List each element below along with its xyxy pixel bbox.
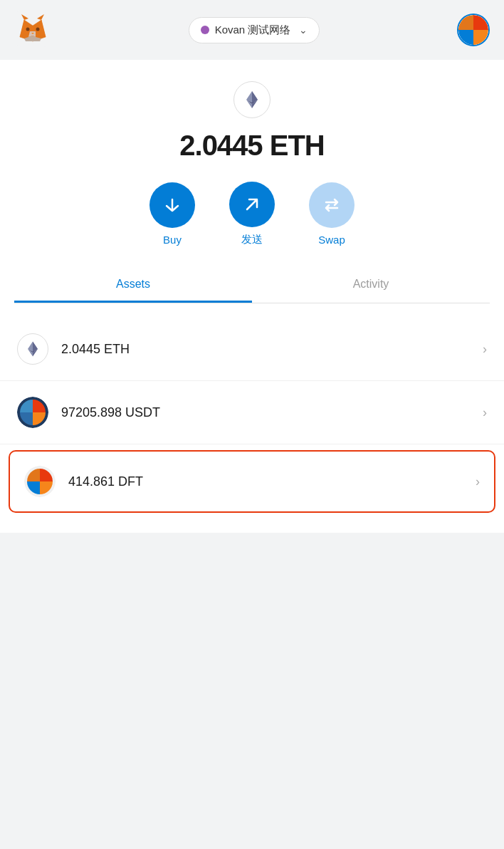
buy-action[interactable]: Buy [149,182,195,246]
swap-button[interactable] [309,182,355,228]
balance-amount: 2.0445 ETH [179,130,324,162]
eth-chevron-icon: › [483,342,487,357]
network-name: Kovan 测试网络 [215,24,291,37]
eth-amount: 2.0445 ETH [61,342,483,357]
metamask-logo [14,10,51,50]
buy-label: Buy [163,234,182,246]
balance-section: 2.0445 ETH Buy 发送 [0,60,504,318]
svg-point-8 [26,28,30,31]
asset-item-usdt[interactable]: 97205.898 USDT › [0,381,504,444]
eth-logo-icon [233,81,271,118]
header: Kovan 测试网络 ⌄ [0,0,504,60]
usdt-icon [17,397,48,428]
usdt-chevron-icon: › [483,405,487,420]
send-label: 发送 [241,233,263,246]
dft-amount: 414.861 DFT [68,474,476,489]
avatar[interactable] [457,14,490,46]
network-dot [201,26,209,34]
dft-icon [24,466,56,497]
tab-activity[interactable]: Activity [252,268,490,303]
tabs-row: Assets Activity [14,268,490,303]
send-action[interactable]: 发送 [229,182,275,246]
chevron-down-icon: ⌄ [299,24,308,36]
network-selector[interactable]: Kovan 测试网络 ⌄ [189,17,320,43]
dft-chevron-icon: › [476,474,480,489]
asset-item-eth[interactable]: 2.0445 ETH › [0,318,504,381]
tab-assets[interactable]: Assets [14,268,252,303]
usdt-amount: 97205.898 USDT [61,405,483,420]
asset-list: 2.0445 ETH › 97205.898 USDT › [0,318,504,513]
svg-point-9 [36,28,40,31]
swap-label: Swap [318,234,345,246]
asset-item-dft[interactable]: 414.861 DFT › [9,450,495,513]
eth-icon [17,333,48,365]
main-content: 2.0445 ETH Buy 发送 [0,60,504,533]
actions-row: Buy 发送 Swap [149,182,355,246]
send-button[interactable] [229,182,275,227]
swap-action[interactable]: Swap [309,182,355,246]
buy-button[interactable] [149,182,195,228]
